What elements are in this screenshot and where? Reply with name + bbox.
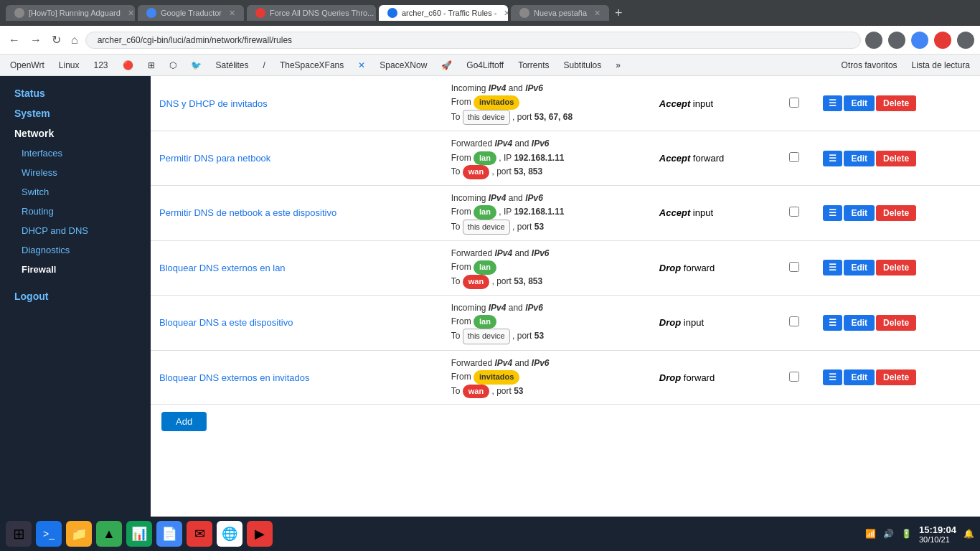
tab-2[interactable]: Google Traductor ✕ (138, 5, 244, 21)
translate-icon[interactable] (911, 32, 928, 49)
bookmark-lista[interactable]: Lista de lectura (908, 59, 974, 72)
taskbar-chrome-icon[interactable]: 🌐 (217, 521, 242, 547)
taskbar-files-icon[interactable]: 📁 (66, 521, 92, 547)
checkbox-cell[interactable] (773, 295, 814, 350)
rule-name: Bloquear DNS a este dispositivo (151, 295, 443, 350)
sidebar-item-system[interactable]: System (0, 103, 151, 123)
list-button[interactable]: ☰ (823, 369, 842, 385)
bookmark-openwrt[interactable]: OpenWrt (6, 59, 49, 72)
edit-button[interactable]: Edit (844, 151, 875, 166)
edit-button[interactable]: Edit (844, 95, 875, 111)
rule-checkbox[interactable] (789, 316, 799, 326)
tab-1-close[interactable]: ✕ (128, 9, 134, 18)
sidebar-item-diagnostics[interactable]: Diagnostics (0, 240, 151, 260)
tab-4-close[interactable]: ✕ (504, 9, 508, 18)
taskbar-youtube-icon[interactable]: ▶ (247, 521, 273, 547)
extensions-icon[interactable] (865, 32, 882, 49)
rule-checkbox[interactable] (789, 262, 799, 272)
bookmark-linux[interactable]: Linux (55, 59, 84, 72)
sidebar-item-logout[interactable]: Logout (0, 286, 151, 306)
bookmark-123[interactable]: 123 (89, 59, 112, 72)
delete-button[interactable]: Delete (876, 95, 916, 111)
taskbar-drive-icon[interactable]: ▲ (96, 521, 122, 547)
tab-5-close[interactable]: ✕ (594, 9, 600, 18)
bookmark-twitter[interactable]: 🐦 (187, 59, 206, 72)
sidebar-item-firewall[interactable]: Firewall (0, 260, 151, 279)
tab-1[interactable]: [HowTo] Running Adguard ✕ (6, 5, 135, 21)
list-button[interactable]: ☰ (823, 151, 842, 166)
taskbar-terminal-icon[interactable]: >_ (36, 521, 62, 547)
bookmark-otros[interactable]: Otros favoritos (837, 59, 902, 72)
list-button[interactable]: ☰ (823, 205, 842, 221)
bookmark-spacexnow[interactable]: SpaceXNow (375, 59, 431, 72)
delete-button[interactable]: Delete (876, 369, 916, 385)
bookmark-github[interactable]: ⬡ (165, 59, 181, 72)
taskbar-apps-icon[interactable]: ⊞ (6, 521, 32, 547)
sidebar-item-dhcp[interactable]: DHCP and DNS (0, 221, 151, 240)
bookmark-reddit[interactable]: 🔴 (118, 59, 138, 72)
list-button[interactable]: ☰ (823, 315, 842, 331)
sidebar-item-routing[interactable]: Routing (0, 202, 151, 221)
delete-button[interactable]: Delete (876, 260, 916, 276)
rule-actions-cell: ☰ Edit Delete (814, 185, 980, 240)
button-group: ☰ Edit Delete (823, 315, 971, 331)
checkbox-cell[interactable] (773, 131, 814, 185)
delete-button[interactable]: Delete (876, 315, 916, 331)
bookmark-more[interactable]: » (611, 59, 625, 72)
rule-desc-cell: Incoming IPv4 and IPv6From lan , IP 192.… (443, 185, 651, 240)
forward-button[interactable]: → (27, 31, 44, 50)
tab-5[interactable]: Nueva pestaña ✕ (511, 5, 609, 21)
menu-icon[interactable] (957, 32, 974, 49)
taskbar-sheets-icon[interactable]: 📊 (126, 521, 152, 547)
reload-button[interactable]: ↻ (49, 30, 64, 50)
bookmark-thespacexfans[interactable]: TheSpaceXFans (275, 59, 348, 72)
from-ip: 192.168.1.11 (514, 207, 564, 217)
to-device: this device (463, 110, 510, 126)
checkbox-cell[interactable] (773, 185, 814, 240)
action-word: Accept (659, 98, 690, 109)
rule-checkbox[interactable] (789, 372, 799, 382)
back-button[interactable]: ← (6, 31, 23, 50)
delete-button[interactable]: Delete (876, 205, 916, 221)
sidebar-item-status[interactable]: Status (0, 83, 151, 103)
edit-button[interactable]: Edit (844, 315, 875, 331)
bookmark-satelites[interactable]: Satélites (212, 59, 253, 72)
rule-protocol-ipv4: IPv4 (489, 83, 507, 93)
tab-4[interactable]: archer_c60 - Traffic Rules - ✕ (379, 5, 508, 21)
tab-2-close[interactable]: ✕ (229, 9, 235, 18)
checkbox-cell[interactable] (773, 350, 814, 404)
edit-button[interactable]: Edit (844, 369, 875, 385)
edit-button[interactable]: Edit (844, 260, 875, 276)
sidebar-item-interfaces[interactable]: Interfaces (0, 143, 151, 163)
sidebar-item-wireless[interactable]: Wireless (0, 163, 151, 182)
checkbox-cell[interactable] (773, 241, 814, 295)
taskbar-docs-icon[interactable]: 📄 (156, 521, 182, 547)
bookmark-bing[interactable]: ⊞ (143, 59, 159, 72)
bookmark-spacexnow-icon[interactable]: ✕ (354, 59, 369, 72)
bookmark-icon[interactable] (888, 32, 905, 49)
sidebar-item-switch[interactable]: Switch (0, 182, 151, 202)
rule-checkbox[interactable] (789, 98, 799, 108)
sidebar-item-network[interactable]: Network (0, 123, 151, 143)
action-word: Accept (659, 207, 690, 218)
taskbar-gmail-icon[interactable]: ✉ (187, 521, 212, 547)
address-input[interactable] (85, 32, 861, 49)
delete-button[interactable]: Delete (876, 151, 916, 166)
list-button[interactable]: ☰ (823, 260, 842, 276)
profile-icon[interactable] (934, 32, 951, 49)
from-badge: lan (473, 260, 496, 275)
new-tab-button[interactable]: + (615, 6, 623, 21)
bookmark-torrents[interactable]: Torrents (514, 59, 553, 72)
rule-checkbox[interactable] (789, 207, 799, 217)
rule-checkbox[interactable] (789, 152, 799, 162)
edit-button[interactable]: Edit (844, 205, 875, 221)
home-button[interactable]: ⌂ (68, 31, 81, 50)
tab-3[interactable]: Force All DNS Queries Thro... ✕ (247, 5, 376, 21)
checkbox-cell[interactable] (773, 76, 814, 131)
time-display: 15:19:04 (919, 524, 956, 535)
bookmark-go4liftoff-icon[interactable]: 🚀 (437, 59, 456, 72)
bookmark-subtitulos[interactable]: Subtitulos (560, 59, 606, 72)
bookmark-go4liftoff[interactable]: Go4Liftoff (462, 59, 508, 72)
add-button[interactable]: Add (161, 412, 207, 431)
list-button[interactable]: ☰ (823, 95, 842, 111)
